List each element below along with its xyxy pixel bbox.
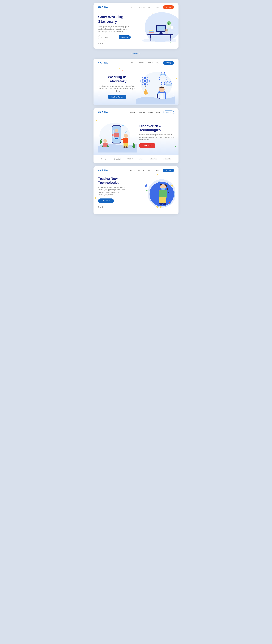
svg-rect-46 (145, 86, 146, 87)
signup-button-2[interactable]: Sign up (163, 61, 174, 65)
subscribe-button[interactable]: Subscribe (119, 36, 131, 39)
learn-more-button[interactable]: Learn More (139, 143, 155, 148)
s1-body: Start Working Stationary Working station… (94, 11, 178, 48)
nav-blog-1[interactable]: Blog (156, 6, 160, 8)
section2-card: CARINA Home Services About Blog Sign up … (94, 58, 178, 105)
brand-uber: UBER (127, 158, 133, 160)
dot-o2 (122, 70, 123, 71)
s4-body: Testing New Technologies We are providin… (94, 174, 178, 214)
nav-blog-3[interactable]: Blog (156, 112, 160, 113)
svg-rect-15 (149, 32, 154, 33)
nav-links-3: Home Services About Blog Sign up (130, 110, 174, 114)
svg-point-2 (167, 21, 171, 25)
facebook-icon[interactable]: f (98, 42, 99, 45)
brand-google: Google (101, 158, 108, 160)
nav-blog-4[interactable]: Blog (156, 170, 160, 172)
nav-services-4[interactable]: Services (138, 170, 144, 172)
svg-point-30 (144, 80, 146, 82)
nav-about-2[interactable]: About (148, 62, 152, 64)
twitter-icon[interactable]: t (100, 42, 101, 45)
section4-card: CARINA Home Services About Blog Sign up … (94, 166, 178, 214)
dot-y2 (119, 68, 120, 70)
logo-2: CARINA (98, 62, 108, 64)
signup-button-3[interactable]: Sign up (163, 110, 174, 114)
brand-vimeo: vimeo (139, 158, 145, 160)
nav-home-3[interactable]: Home (130, 112, 135, 113)
get-started-button[interactable]: Get Started (98, 198, 114, 203)
s2-right (136, 68, 175, 105)
nav-links-4: Home Services About Blog Sign up (130, 168, 174, 172)
s4-right: </> (136, 176, 175, 212)
testing-illustration: </> (136, 176, 175, 212)
svg-point-78 (163, 203, 166, 205)
svg-rect-3 (168, 22, 169, 25)
svg-rect-64 (126, 143, 128, 147)
dot-y4 (157, 174, 158, 175)
explore-button[interactable]: Explore Sience (108, 95, 126, 99)
nav-about-4[interactable]: About (148, 170, 152, 172)
s3-title: Discover New Technologies (139, 124, 176, 132)
nav-home-4[interactable]: Home (130, 170, 134, 172)
s1-form: Subscribe (98, 35, 140, 40)
svg-point-44 (157, 93, 158, 94)
instagram-icon[interactable]: i (102, 42, 103, 45)
nav-services-2[interactable]: Services (138, 62, 144, 64)
dot-y4b (95, 197, 96, 198)
s3-desc: Discover new technologies with us. We ar… (139, 134, 176, 141)
section1-card: CARINA Home Services About Blog Sign up … (94, 3, 178, 48)
svg-rect-8 (157, 28, 164, 28)
s3-left: + ✓ SCAN (98, 119, 137, 153)
svg-rect-9 (157, 28, 163, 29)
s2-left: Working in Laboratory Let's invent somet… (98, 74, 136, 99)
svg-rect-10 (160, 32, 162, 34)
s1-desc: Working stationary with our coworking sp… (98, 26, 129, 33)
svg-rect-21 (165, 31, 168, 34)
dot-y3 (96, 120, 97, 121)
brand-dribbble: dribbble (163, 158, 171, 160)
lab-illustration (136, 68, 175, 104)
nav-about-1[interactable]: About (148, 6, 152, 8)
nav-blog-2[interactable]: Blog (156, 62, 160, 64)
s4-left: Testing New Technologies We are providin… (98, 176, 136, 208)
brands-row: Google ◇ airbnb UBER vimeo Medium dribbb… (94, 155, 178, 163)
svg-point-82 (171, 185, 173, 187)
dot-y2b (176, 78, 177, 79)
brand-airbnb: ◇ airbnb (114, 158, 122, 160)
signup-button-1[interactable]: Sign up (163, 6, 174, 9)
s4-desc: We are providing all of the type tests t… (98, 186, 126, 196)
svg-rect-54 (114, 132, 119, 137)
nav-1: CARINA Home Services About Blog Sign up (94, 3, 178, 11)
section3-card: CARINA Home Services About Blog Sign up … (94, 108, 178, 163)
s1-left: Start Working Stationary Working station… (98, 12, 140, 48)
s4-instagram-icon[interactable]: i (102, 206, 103, 208)
nav-services-3[interactable]: Services (138, 112, 145, 113)
svg-point-81 (146, 190, 148, 192)
s3-right: Discover New Technologies Discover new t… (137, 124, 176, 148)
svg-text:+: + (123, 122, 125, 126)
s1-right (140, 12, 176, 42)
nav-3: CARINA Home Services About Blog Sign up (94, 108, 178, 116)
svg-rect-67 (121, 139, 124, 140)
nav-about-3[interactable]: About (148, 112, 153, 113)
nav-services-1[interactable]: Services (138, 6, 144, 8)
svg-rect-17 (149, 30, 154, 32)
email-input[interactable] (98, 35, 119, 40)
innovations-label: Innovations (130, 51, 142, 56)
svg-text:</>: </> (156, 204, 162, 209)
phone-illustration: + ✓ SCAN (98, 119, 137, 152)
dot-green-1 (170, 42, 171, 44)
nav-2: CARINA Home Services About Blog Sign up (94, 58, 178, 66)
s4-twitter-icon[interactable]: t (100, 206, 101, 208)
svg-point-58 (104, 139, 107, 143)
svg-point-35 (169, 82, 170, 83)
s3-body: + ✓ SCAN (94, 116, 178, 155)
innovations-sep: Innovations (0, 52, 272, 56)
brand-medium: Medium (150, 158, 158, 160)
s2-body: Working in Laboratory Let's invent somet… (94, 66, 178, 105)
s4-facebook-icon[interactable]: f (98, 206, 99, 208)
nav-home-1[interactable]: Home (130, 6, 134, 8)
svg-point-22 (142, 38, 176, 42)
nav-home-2[interactable]: Home (130, 62, 134, 64)
signup-button-4[interactable]: Sign up (163, 168, 174, 172)
s2-title: Working in Laboratory (98, 75, 136, 84)
